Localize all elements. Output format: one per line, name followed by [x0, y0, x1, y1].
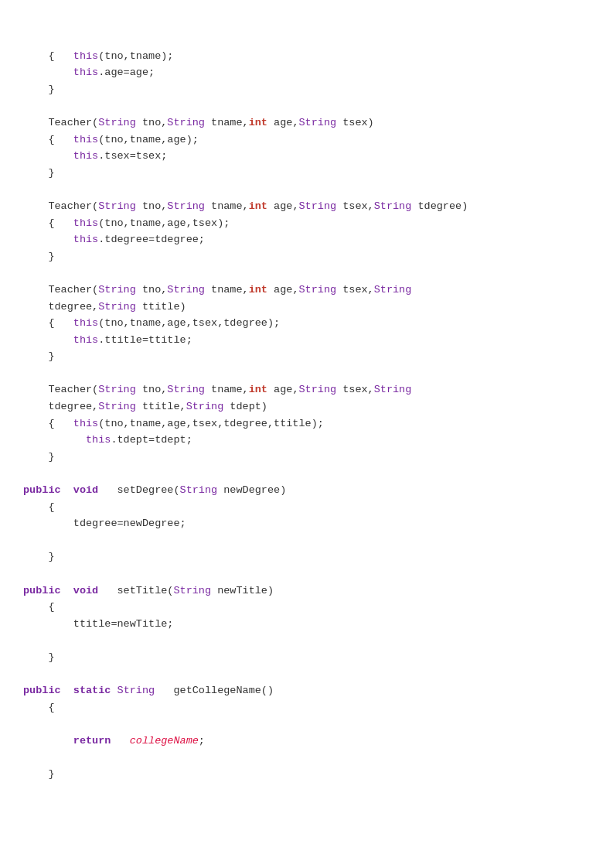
line-24: tdegree=newDegree; [23, 518, 186, 529]
line-13: tdegree,String ttitle) [23, 301, 186, 313]
line-blank-10 [23, 718, 29, 730]
line-10: this.tdegree=tdegree; [23, 234, 205, 245]
line-blank-9 [23, 668, 29, 680]
line-23: { [23, 501, 55, 513]
line-blank-3 [23, 267, 29, 279]
line-3: } [23, 84, 55, 95]
line-6: this.tsex=tsex; [23, 150, 167, 162]
line-26: public void setTitle(String newTitle) [23, 585, 274, 596]
line-9: { this(tno,tname,age,tsex); [23, 217, 230, 229]
line-18: tdegree,String ttitle,String tdept) [23, 401, 267, 412]
line-1: { this(tno,tname); [23, 50, 173, 62]
line-7: } [23, 167, 55, 179]
line-14: { this(tno,tname,age,tsex,tdegree); [23, 317, 280, 329]
line-4: Teacher(String tno,String tname,int age,… [23, 117, 374, 128]
line-8: Teacher(String tno,String tname,int age,… [23, 200, 468, 212]
line-28: ttitle=newTitle; [23, 618, 173, 630]
line-blank-7 [23, 568, 29, 579]
line-19: { this(tno,tname,age,tsex,tdegree,ttitle… [23, 418, 324, 429]
line-blank-11 [23, 752, 29, 764]
line-blank-4 [23, 367, 29, 379]
line-2: this.age=age; [23, 67, 155, 78]
line-32: return collegeName; [23, 735, 205, 747]
line-31: { [23, 702, 55, 713]
line-blank-5 [23, 467, 29, 479]
line-blank-6 [23, 535, 29, 546]
line-22: public void setDegree(String newDegree) [23, 484, 286, 496]
line-29: } [23, 651, 55, 663]
line-blank-8 [23, 634, 29, 646]
line-15: this.ttitle=ttitle; [23, 334, 192, 346]
line-12: Teacher(String tno,String tname,int age,… [23, 284, 411, 296]
line-20: this.tdept=tdept; [23, 434, 192, 446]
line-21: } [23, 451, 55, 463]
line-5: { this(tno,tname,age); [23, 134, 199, 145]
line-blank-2 [23, 183, 29, 195]
line-30: public static String getCollegeName() [23, 685, 274, 696]
line-25: } [23, 551, 55, 562]
line-11: } [23, 251, 55, 262]
line-16: } [23, 350, 55, 362]
line-17: Teacher(String tno,String tname,int age,… [23, 384, 411, 395]
line-27: { [23, 601, 55, 613]
code-editor: { this(tno,tname); this.age=age; } Teach… [23, 31, 590, 783]
line-blank-1 [23, 100, 29, 111]
line-33: } [23, 768, 55, 780]
